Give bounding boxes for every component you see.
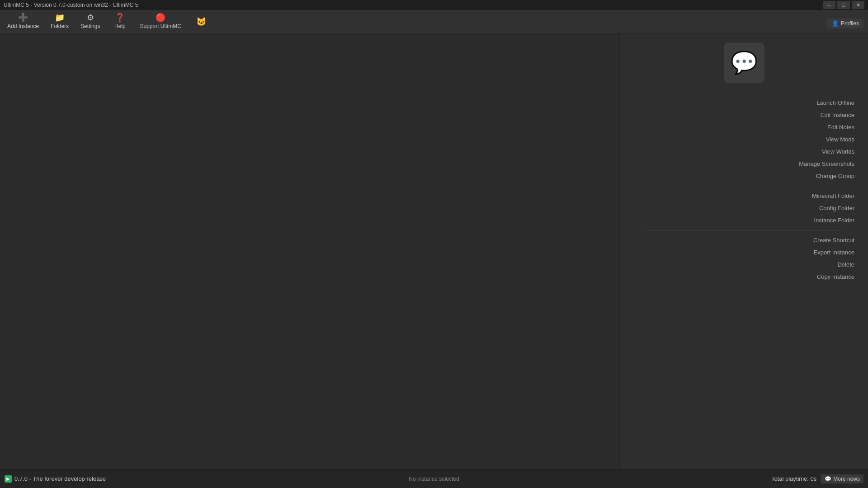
toolbar-buttons: ➕ Add Instance 📁 Folders ⚙ Settings ❓ He… <box>2 11 866 32</box>
context-menu-item-manage-screenshots[interactable]: Manage Screenshots <box>620 158 868 170</box>
context-menu: Launch OfflineEdit InstanceEdit NotesVie… <box>620 92 868 287</box>
context-menu-separator <box>645 230 843 230</box>
total-playtime: Total playtime: 0s <box>771 475 816 482</box>
context-menu-item-delete[interactable]: Delete <box>620 258 868 271</box>
statusbar-right: Total playtime: 0s 💬 More news <box>771 474 863 483</box>
add-instance-button[interactable]: ➕ Add Instance <box>2 11 44 32</box>
main-content <box>0 33 619 469</box>
news-icon-area: 💬 <box>620 33 868 88</box>
context-menu-item-export-instance[interactable]: Export Instance <box>620 246 868 258</box>
context-menu-item-edit-notes[interactable]: Edit Notes <box>620 121 868 133</box>
titlebar-controls: ─ □ ✕ <box>823 1 864 9</box>
context-menu-item-create-shortcut[interactable]: Create Shortcut <box>620 234 868 246</box>
profiles-icon: 👤 <box>832 20 839 27</box>
folders-button[interactable]: 📁 Folders <box>45 11 74 32</box>
version-icon: ▶ <box>5 475 12 483</box>
add-instance-label: Add Instance <box>7 23 39 29</box>
context-menu-separator <box>645 186 843 186</box>
context-menu-item-launch-offline[interactable]: Launch Offline <box>620 97 868 109</box>
help-icon: ❓ <box>115 14 125 22</box>
chat-icon-symbol: 💬 <box>731 50 758 75</box>
chat-icon: 💬 <box>724 42 764 83</box>
cat-button[interactable]: 🐱 <box>188 11 215 32</box>
context-menu-item-change-group[interactable]: Change Group <box>620 170 868 182</box>
toolbar: ➕ Add Instance 📁 Folders ⚙ Settings ❓ He… <box>0 10 868 33</box>
context-menu-item-edit-instance[interactable]: Edit Instance <box>620 109 868 121</box>
context-menu-item-minecraft-folder[interactable]: Minecraft Folder <box>620 190 868 202</box>
help-label: Help <box>114 23 126 29</box>
version-icon-symbol: ▶ <box>6 476 10 481</box>
cat-icon: 🐱 <box>196 18 206 26</box>
statusbar: ▶ 0.7.0 - The forever develop release No… <box>0 469 868 488</box>
folders-label: Folders <box>51 23 69 29</box>
context-menu-item-instance-folder[interactable]: Instance Folder <box>620 214 868 226</box>
no-instance-label: No instance selected <box>409 476 459 482</box>
version-text: 0.7.0 - The forever develop release <box>14 475 106 482</box>
settings-button[interactable]: ⚙ Settings <box>75 11 105 32</box>
folders-icon: 📁 <box>55 14 65 22</box>
settings-icon: ⚙ <box>87 14 94 22</box>
context-menu-item-view-mods[interactable]: View Mods <box>620 133 868 145</box>
statusbar-left: ▶ 0.7.0 - The forever develop release <box>5 475 106 483</box>
more-news-icon: 💬 <box>825 476 831 482</box>
right-panel: 💬 Launch OfflineEdit InstanceEdit NotesV… <box>619 33 868 469</box>
titlebar-title: UltimMC 5 - Version 0.7.0-custom on win3… <box>4 2 138 8</box>
more-news-label: More news <box>833 476 860 482</box>
titlebar: UltimMC 5 - Version 0.7.0-custom on win3… <box>0 0 868 10</box>
profiles-button[interactable]: 👤 Profiles <box>827 19 863 28</box>
profiles-label: Profiles <box>841 20 859 27</box>
add-instance-icon: ➕ <box>18 14 28 22</box>
help-button[interactable]: ❓ Help <box>106 11 133 32</box>
context-menu-item-view-worlds[interactable]: View Worlds <box>620 145 868 158</box>
close-button[interactable]: ✕ <box>852 1 864 9</box>
context-menu-item-config-folder[interactable]: Config Folder <box>620 202 868 214</box>
more-news-button[interactable]: 💬 More news <box>821 474 863 483</box>
minimize-button[interactable]: ─ <box>823 1 835 9</box>
maximize-button[interactable]: □ <box>837 1 850 9</box>
support-icon: 🔴 <box>156 14 165 22</box>
settings-label: Settings <box>80 23 100 29</box>
support-label: Support UltimMC <box>140 23 181 29</box>
context-menu-item-copy-instance[interactable]: Copy Instance <box>620 271 868 283</box>
support-button[interactable]: 🔴 Support UltimMC <box>134 11 186 32</box>
